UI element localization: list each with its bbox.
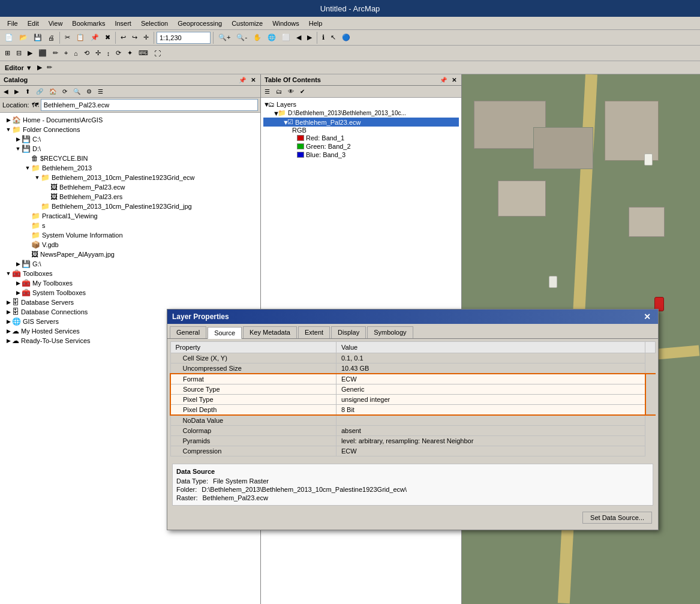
arcgis-button[interactable]: 🔵 <box>340 32 353 43</box>
tree-toggle-gis-servers[interactable]: ▶ <box>5 318 12 324</box>
cat-connect[interactable]: 🔗 <box>34 87 46 96</box>
menu-insert[interactable]: Insert <box>110 19 136 28</box>
tab-general[interactable]: General <box>170 326 206 338</box>
cat-options[interactable]: ⚙ <box>84 87 94 96</box>
tree-item-database-servers[interactable]: ▶🗄Database Servers <box>0 298 260 307</box>
catalog-close-btn[interactable]: ✕ <box>250 77 257 83</box>
tab-symbology[interactable]: Symbology <box>367 326 413 338</box>
editor-start[interactable]: ▶ <box>35 62 44 73</box>
tool10[interactable]: ↕ <box>104 49 113 58</box>
tree-item-bpal23jpg[interactable]: 📁Bethlehem_2013_10cm_Palestine1923Grid_j… <box>0 202 260 211</box>
select-button[interactable]: ↖ <box>328 32 338 43</box>
tab-display[interactable]: Display <box>331 326 366 338</box>
fullextent-button[interactable]: ⬜ <box>280 32 293 43</box>
tool8[interactable]: ⟲ <box>82 48 92 58</box>
toc-sel-view[interactable]: ✔ <box>298 87 307 96</box>
tree-item-recycle[interactable]: 🗑$RECYCLE.BIN <box>0 154 260 163</box>
location-input[interactable] <box>41 99 258 111</box>
tree-toggle-system-toolboxes[interactable]: ▶ <box>14 290 22 296</box>
set-data-source-button[interactable]: Set Data Source... <box>582 512 652 524</box>
tree-toggle-my-hosted[interactable]: ▶ <box>5 328 12 334</box>
tree-toggle-my-toolboxes[interactable]: ▶ <box>14 280 22 286</box>
copy-button[interactable]: 📋 <box>74 32 87 43</box>
toc-source-view[interactable]: 🗂 <box>274 87 284 96</box>
tree-item-home[interactable]: ▶🏠Home - Documents\ArcGIS <box>0 115 260 125</box>
move-button[interactable]: ✛ <box>141 32 151 43</box>
tree-item-bpal23ers[interactable]: 🖼Bethlehem_Pal23.ers <box>0 192 260 202</box>
tool7[interactable]: ⌂ <box>71 49 80 58</box>
cat-back[interactable]: ◀ <box>1 87 11 96</box>
save-button[interactable]: 💾 <box>31 32 44 43</box>
tree-toggle-d-drive[interactable]: ▼ <box>14 146 22 152</box>
toc-file[interactable]: ▼ ☑ Bethlehem_Pal23.ecw <box>263 118 459 127</box>
tree-toggle-folder-connections[interactable]: ▼ <box>5 127 12 133</box>
tree-item-practical1[interactable]: 📁Practical1_Viewing <box>0 211 260 221</box>
open-button[interactable]: 📂 <box>17 32 30 43</box>
tree-item-d-drive[interactable]: ▼💾D:\ <box>0 144 260 154</box>
toc-list-view[interactable]: ☰ <box>262 87 272 96</box>
toc-vis-view[interactable]: 👁 <box>286 87 296 96</box>
tool12[interactable]: ✦ <box>125 48 135 58</box>
menu-view[interactable]: View <box>44 19 68 28</box>
tool1[interactable]: ⊞ <box>2 48 13 58</box>
menu-geoprocessing[interactable]: Geoprocessing <box>173 19 227 28</box>
back-button[interactable]: ◀ <box>294 32 304 43</box>
tree-item-g-drive[interactable]: ▶💾G:\ <box>0 259 260 269</box>
tab-extent[interactable]: Extent <box>298 326 330 338</box>
tree-item-newspaper[interactable]: 🖼NewsPaper_AlAyyam.jpg <box>0 250 260 259</box>
cat-up[interactable]: ⬆ <box>23 87 32 96</box>
cat-search[interactable]: 🔍 <box>71 87 83 96</box>
new-button[interactable]: 📄 <box>2 32 16 43</box>
props-scroll-area[interactable]: Property Value Cell Size (X, Y)0.1, 0.1U… <box>170 341 656 461</box>
editor-pencil[interactable]: ✏ <box>44 62 55 73</box>
tree-item-folder-connections[interactable]: ▼📁Folder Connections <box>0 125 260 134</box>
pan-button[interactable]: ✋ <box>251 32 264 43</box>
menu-customize[interactable]: Customize <box>227 19 268 28</box>
cut-button[interactable]: ✂ <box>62 32 73 43</box>
toc-pin-btn[interactable]: 📌 <box>438 77 448 83</box>
cat-refresh[interactable]: ⟳ <box>60 87 70 96</box>
tool2[interactable]: ⊟ <box>14 48 24 58</box>
tree-toggle-g-drive[interactable]: ▶ <box>14 261 22 267</box>
paste-button[interactable]: 📌 <box>88 32 101 43</box>
menu-selection[interactable]: Selection <box>136 19 173 28</box>
tree-item-bethlehem2013[interactable]: ▼📁Bethlehem_2013 <box>0 163 260 173</box>
cat-home[interactable]: 🏠 <box>47 87 59 96</box>
menu-help[interactable]: Help <box>304 19 328 28</box>
editor-dropdown[interactable]: Editor ▼ <box>2 63 35 73</box>
redo-button[interactable]: ↪ <box>130 32 140 43</box>
tree-item-vgdb[interactable]: 📦V.gdb <box>0 240 260 250</box>
menu-bookmarks[interactable]: Bookmarks <box>67 19 110 28</box>
scale-input[interactable] <box>157 32 211 44</box>
undo-button[interactable]: ↩ <box>118 32 128 43</box>
dialog-close-button[interactable]: ✕ <box>641 312 653 321</box>
tree-toggle-bethlehem2013[interactable]: ▼ <box>24 165 31 171</box>
tree-toggle-c-drive[interactable]: ▶ <box>14 136 22 142</box>
cat-list[interactable]: ☰ <box>95 87 106 96</box>
catalog-pin-btn[interactable]: 📌 <box>238 77 247 83</box>
toc-close-btn[interactable]: ✕ <box>450 77 458 83</box>
tree-toggle-home[interactable]: ▶ <box>5 117 12 123</box>
identify-button[interactable]: ℹ <box>320 32 327 43</box>
tree-toggle-ready-to-use[interactable]: ▶ <box>5 338 12 344</box>
tree-item-c-drive[interactable]: ▶💾C:\ <box>0 134 260 144</box>
tool9[interactable]: ✢ <box>93 48 103 58</box>
menu-windows[interactable]: Windows <box>268 19 304 28</box>
tree-item-sysvolinfo[interactable]: 📁System Volume Information <box>0 230 260 240</box>
zoom-in-button[interactable]: 🔍+ <box>216 32 233 43</box>
tool13[interactable]: ⌨ <box>136 48 151 58</box>
tree-toggle-database-connections[interactable]: ▶ <box>5 309 12 315</box>
tree-toggle-bpal23grid[interactable]: ▼ <box>34 175 41 181</box>
globe-button[interactable]: 🌐 <box>265 32 278 43</box>
tree-toggle-database-servers[interactable]: ▶ <box>5 299 12 305</box>
tree-item-system-toolboxes[interactable]: ▶🧰System Toolboxes <box>0 288 260 298</box>
delete-button[interactable]: ✖ <box>103 32 113 43</box>
zoom-out-button[interactable]: 🔍- <box>234 32 250 43</box>
tree-item-toolboxes[interactable]: ▼🧰Toolboxes <box>0 269 260 278</box>
tree-toggle-toolboxes[interactable]: ▼ <box>5 271 12 277</box>
tab-source[interactable]: Source <box>208 327 242 339</box>
tool5[interactable]: ✏ <box>50 48 61 58</box>
tree-item-my-toolboxes[interactable]: ▶🧰My Toolboxes <box>0 278 260 288</box>
tree-item-bpal23grid[interactable]: ▼📁Bethlehem_2013_10cm_Palestine1923Grid_… <box>0 173 260 182</box>
cat-forward[interactable]: ▶ <box>12 87 22 96</box>
